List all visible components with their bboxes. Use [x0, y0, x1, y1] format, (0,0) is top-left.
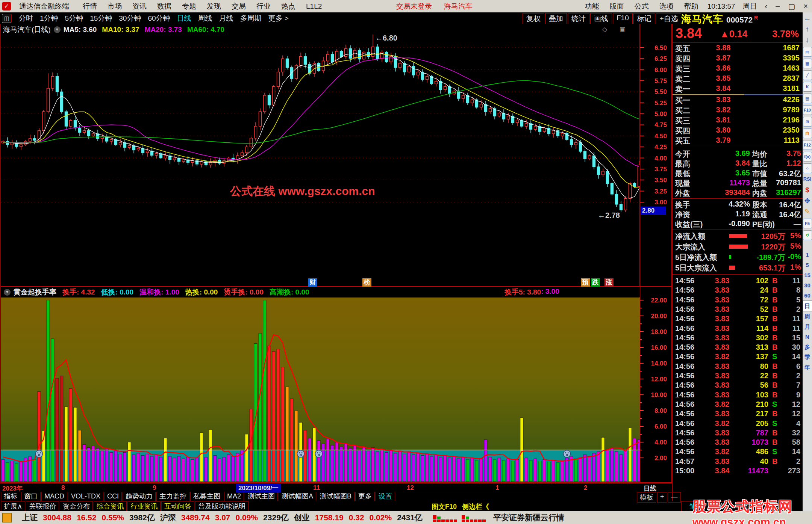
- kline-and-indicator-canvas[interactable]: 6.506.256.005.755.505.255.004.754.504.25…: [1, 24, 673, 483]
- window-close-icon[interactable]: ×: [803, 2, 808, 11]
- chart-area[interactable]: 6.506.256.005.755.505.255.004.754.504.25…: [0, 24, 673, 483]
- index-name-创业[interactable]: 创业: [294, 512, 310, 523]
- circle-icon[interactable]: ○: [803, 163, 812, 173]
- template-button-—[interactable]: —: [668, 492, 681, 503]
- info-tab-扩展∧[interactable]: 扩展∧: [1, 501, 25, 512]
- template-button-+[interactable]: +: [657, 492, 667, 503]
- sidebar-period-日[interactable]: 日: [803, 301, 812, 311]
- period-tab-月线[interactable]: 月线: [219, 14, 233, 23]
- chart-badge-跌[interactable]: 跌: [591, 278, 600, 287]
- chevron-down-icon[interactable]: ▾: [54, 26, 61, 33]
- pencil-icon[interactable]: ✎: [803, 208, 812, 217]
- period-tab-60分钟[interactable]: 60分钟: [148, 14, 170, 23]
- down-arrow-icon[interactable]: ↓: [803, 36, 812, 45]
- sidebar-period-1[interactable]: 1: [803, 250, 812, 260]
- period-tab-日线[interactable]: 日线: [177, 14, 191, 23]
- sidebar-period-月[interactable]: 月: [803, 322, 812, 332]
- money-icon[interactable]: $: [803, 186, 812, 195]
- period-tab-5分钟[interactable]: 5分钟: [65, 14, 83, 23]
- menu-login-status[interactable]: 交易未登录: [396, 2, 432, 11]
- info-tab-综合资讯[interactable]: 综合资讯: [94, 501, 127, 512]
- sidebar-period-15[interactable]: 15: [803, 270, 812, 280]
- order-level-row[interactable]: 卖五3.881687: [673, 44, 803, 54]
- tree-icon[interactable]: ⊞: [803, 117, 812, 127]
- menu-item-帮助[interactable]: 帮助: [684, 2, 698, 11]
- period-tab-15分钟[interactable]: 15分钟: [90, 14, 112, 23]
- trend-chart-icon[interactable]: ╱: [803, 70, 812, 80]
- period-tab-分时[interactable]: 分时: [19, 14, 33, 23]
- order-level-row[interactable]: 卖一3.843181: [673, 84, 803, 94]
- sidebar-period-N[interactable]: N: [803, 332, 812, 342]
- sidebar-period-多[interactable]: 多: [803, 342, 812, 352]
- window-minimize-icon[interactable]: –: [776, 2, 780, 11]
- menu-item-市场[interactable]: 市场: [108, 2, 122, 11]
- sidebar-period-5[interactable]: 5: [803, 260, 812, 270]
- indicator-tab-设置[interactable]: 设置: [376, 491, 395, 501]
- indicator-tab-窗口[interactable]: 窗口: [21, 491, 41, 501]
- layout-toggle-icon[interactable]: ◫: [2, 14, 12, 23]
- toolbar-button-F10[interactable]: F10: [613, 13, 633, 24]
- quick-link-侧边栏《[interactable]: 侧边栏《: [462, 502, 489, 511]
- menu-item-公式[interactable]: 公式: [635, 2, 649, 11]
- f10-icon[interactable]: F10: [803, 105, 812, 115]
- indicator-tab-CCI[interactable]: CCI: [104, 492, 122, 501]
- menu-item-发现[interactable]: 发现: [207, 2, 221, 11]
- refresh-icon[interactable]: ↺: [803, 230, 812, 240]
- toolbar-button-画线[interactable]: 画线: [590, 13, 612, 24]
- chart-badge-涨[interactable]: 涨: [604, 278, 614, 287]
- menu-item-数据[interactable]: 数据: [157, 2, 171, 11]
- rsi-icon[interactable]: RSI: [803, 175, 812, 184]
- up-arrow-icon[interactable]: ↑: [803, 25, 812, 34]
- kline-icon[interactable]: K: [803, 82, 812, 92]
- template-button-模板[interactable]: 模板: [637, 492, 656, 503]
- info-tab-关联报价[interactable]: 关联报价: [26, 501, 59, 512]
- sidebar-period-30[interactable]: 30: [803, 280, 812, 290]
- order-level-row[interactable]: 买二3.829789: [673, 106, 803, 116]
- period-tab-1分钟[interactable]: 1分钟: [40, 14, 58, 23]
- back-arrow-icon[interactable]: ←: [803, 14, 812, 23]
- zixuan-icon[interactable]: 自: [803, 128, 812, 138]
- order-level-row[interactable]: 买三3.812196: [673, 116, 803, 126]
- f5-icon[interactable]: F5: [803, 219, 812, 228]
- menu-item-资讯[interactable]: 资讯: [132, 2, 147, 11]
- menu-item-功能[interactable]: 功能: [585, 2, 599, 11]
- period-tab-周线[interactable]: 周线: [198, 14, 212, 23]
- info-tab-行业资讯[interactable]: 行业资讯: [127, 501, 161, 512]
- quick-link-图文F10[interactable]: 图文F10: [432, 502, 457, 511]
- toolbar-button-+自选[interactable]: +自选: [656, 13, 682, 24]
- indicator-tab-私募主图[interactable]: 私募主图: [190, 491, 223, 501]
- indicator-tab-测试幅图A[interactable]: 测试幅图A: [279, 491, 316, 501]
- window-back-icon[interactable]: ‹: [765, 2, 768, 11]
- period-tab-30分钟[interactable]: 30分钟: [119, 14, 141, 23]
- order-level-row[interactable]: 买五3.791113: [673, 136, 803, 146]
- status-app-icon[interactable]: [2, 513, 12, 522]
- move-icon[interactable]: ✥: [803, 197, 812, 206]
- order-level-row[interactable]: 卖三3.861463: [673, 64, 803, 74]
- chart-badge-榜[interactable]: 榜: [362, 278, 371, 287]
- info-tab-互动问答[interactable]: 互动问答: [161, 501, 194, 512]
- sidebar-period-60[interactable]: 60: [803, 290, 812, 301]
- menu-item-交易[interactable]: 交易: [232, 2, 246, 11]
- sidebar-period-季[interactable]: 季: [803, 352, 812, 362]
- toolbar-button-叠加[interactable]: 叠加: [545, 13, 567, 24]
- indicator-tab-测试主图[interactable]: 测试主图: [245, 491, 278, 501]
- toolbar-button-标记[interactable]: 标记: [633, 13, 655, 24]
- menu-item-行业[interactable]: 行业: [256, 2, 271, 11]
- news-report-icon[interactable]: ▤: [803, 94, 812, 103]
- menu-item-行情[interactable]: 行情: [83, 2, 97, 11]
- matrix-icon[interactable]: ▦: [803, 59, 812, 68]
- quote-list-icon[interactable]: ▤: [803, 47, 812, 57]
- indicator-tab-MACD[interactable]: MACD: [41, 492, 67, 501]
- indicator-tab-更多[interactable]: 更多: [355, 491, 375, 501]
- sidebar-period-年[interactable]: 年: [803, 362, 812, 372]
- order-level-row[interactable]: 买一3.834226: [673, 95, 803, 106]
- order-level-row[interactable]: 买四3.802350: [673, 126, 803, 136]
- indicator-tab-测试幅图B[interactable]: 测试幅图B: [317, 491, 354, 501]
- toolbar-button-复权[interactable]: 复权: [523, 13, 544, 24]
- order-level-row[interactable]: 卖二3.852837: [673, 74, 803, 84]
- info-tab-资金分布[interactable]: 资金分布: [60, 501, 93, 512]
- indicator-tab-主力监控[interactable]: 主力监控: [156, 491, 189, 501]
- info-tab-普及版功能说明[interactable]: 普及版功能说明: [195, 501, 248, 512]
- chevron-down-icon[interactable]: ▾: [4, 289, 11, 296]
- toolbar-button-统计[interactable]: 统计: [568, 13, 589, 24]
